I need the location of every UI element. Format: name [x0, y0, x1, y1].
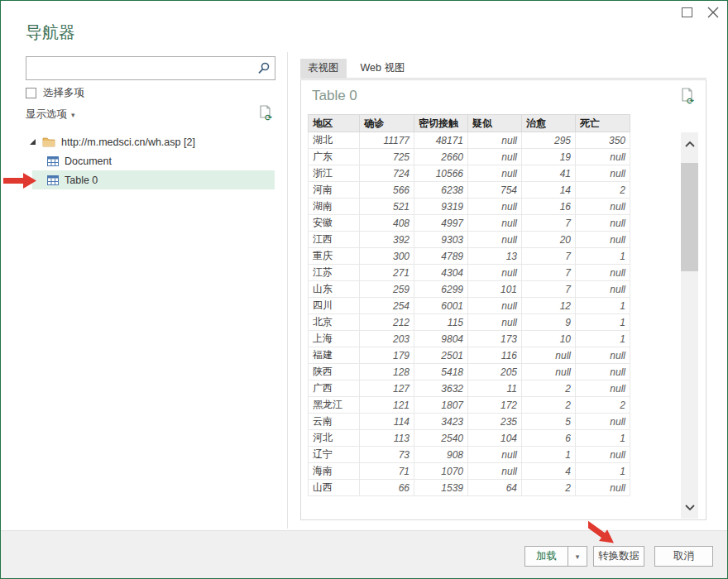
value-cell: 1	[576, 248, 630, 265]
panel-divider	[287, 52, 288, 529]
tab-table-view[interactable]: 表视图	[300, 59, 347, 78]
tree-root-url[interactable]: http://m.medsci.cn/wh.asp [2]	[32, 132, 275, 151]
region-cell: 海南	[309, 463, 360, 480]
region-cell: 四川	[309, 298, 360, 314]
search-input[interactable]	[26, 57, 251, 79]
table-row: 山西661539642null	[309, 480, 630, 496]
load-button[interactable]: 加载	[524, 546, 568, 567]
value-cell: 1070	[414, 463, 468, 480]
value-cell: 10	[522, 331, 576, 347]
table-header-cell: 治愈	[522, 115, 576, 132]
value-cell: 1	[576, 463, 630, 480]
tree-item-document[interactable]: Document	[32, 151, 275, 170]
vertical-scrollbar[interactable]	[681, 132, 698, 519]
refresh-preview-icon[interactable]: ⟳	[680, 88, 696, 105]
value-cell: 300	[360, 248, 414, 265]
table-row: 辽宁73908null1null	[309, 447, 630, 463]
table-row: 黑龙江121180717222	[309, 397, 630, 414]
value-cell: 1	[576, 314, 630, 331]
search-icon[interactable]	[251, 62, 275, 75]
table-row: 江苏2714304null7null	[309, 265, 630, 281]
value-cell: null	[576, 281, 630, 298]
value-cell: 11	[468, 380, 522, 397]
tree-item-table0[interactable]: Table 0	[32, 170, 275, 189]
cancel-button[interactable]: 取消	[654, 546, 713, 567]
refresh-icon[interactable]: ⟳	[258, 105, 274, 122]
tab-label: 表视图	[308, 61, 339, 75]
value-cell: 9319	[414, 199, 468, 215]
value-cell: 1	[522, 447, 576, 463]
table-row: 安徽4084997null7null	[309, 215, 630, 232]
region-cell: 陕西	[309, 364, 360, 380]
region-cell: 安徽	[309, 215, 360, 232]
value-cell: 271	[360, 265, 414, 281]
scrollbar-thumb[interactable]	[681, 163, 698, 271]
value-cell: null	[468, 314, 522, 331]
value-cell: 71	[360, 463, 414, 480]
svg-text:⟳: ⟳	[687, 96, 694, 105]
value-cell: 9303	[414, 232, 468, 248]
value-cell: 179	[360, 347, 414, 364]
value-cell: 6238	[414, 182, 468, 199]
table-header-cell: 疑似	[468, 115, 522, 132]
value-cell: 203	[360, 331, 414, 347]
value-cell: 754	[468, 182, 522, 199]
table-row: 湖北1117748171null295350	[309, 132, 630, 149]
value-cell: 121	[360, 397, 414, 414]
table-row: 广西1273632112null	[309, 380, 630, 397]
display-options-dropdown[interactable]: 显示选项 ▾	[26, 108, 75, 122]
folder-icon	[42, 136, 55, 147]
table-row: 重庆30047891371	[309, 248, 630, 265]
value-cell: 1807	[414, 397, 468, 414]
scroll-up-icon[interactable]	[681, 132, 698, 156]
value-cell: null	[576, 364, 630, 380]
load-dropdown-button[interactable]: ▾	[568, 546, 587, 567]
table-header-cell: 确诊	[360, 115, 414, 132]
value-cell: 48171	[414, 132, 468, 149]
close-icon[interactable]	[706, 5, 721, 20]
preview-table: 地区确诊密切接触疑似治愈死亡 湖北1117748171null295350广东7…	[308, 114, 630, 496]
value-cell: null	[522, 364, 576, 380]
value-cell: 9	[522, 314, 576, 331]
maximize-icon[interactable]	[682, 7, 692, 17]
multi-select-checkbox[interactable]	[26, 88, 36, 98]
navigator-dialog: 导航器 选择多项 显示选项 ▾ ⟳	[0, 0, 728, 579]
table-row: 福建1792501116nullnull	[309, 347, 630, 364]
table-row: 上海2039804173101	[309, 331, 630, 347]
value-cell: null	[576, 232, 630, 248]
value-cell: 104	[468, 430, 522, 447]
value-cell: null	[576, 215, 630, 232]
value-cell: 64	[468, 480, 522, 496]
chevron-down-icon: ▾	[71, 111, 75, 119]
value-cell: 116	[468, 347, 522, 364]
expand-triangle-icon[interactable]	[29, 138, 36, 146]
svg-text:⟳: ⟳	[265, 112, 272, 122]
value-cell: null	[468, 232, 522, 248]
value-cell: 7	[522, 215, 576, 232]
scroll-down-icon[interactable]	[681, 495, 698, 519]
table-row: 浙江72410566null41null	[309, 165, 630, 182]
value-cell: 2	[576, 182, 630, 199]
value-cell: 113	[360, 430, 414, 447]
region-cell: 黑龙江	[309, 397, 360, 414]
value-cell: 6	[522, 430, 576, 447]
value-cell: 408	[360, 215, 414, 232]
value-cell: 350	[576, 132, 630, 149]
tab-web-view[interactable]: Web 视图	[353, 59, 413, 78]
value-cell: 724	[360, 165, 414, 182]
table-row: 四川2546001null121	[309, 298, 630, 314]
value-cell: null	[576, 149, 630, 165]
value-cell: 172	[468, 397, 522, 414]
value-cell: 212	[360, 314, 414, 331]
value-cell: 2	[522, 480, 576, 496]
table-icon	[47, 156, 59, 166]
table-header-cell: 密切接触	[414, 115, 468, 132]
value-cell: 4789	[414, 248, 468, 265]
value-cell: 7	[522, 248, 576, 265]
value-cell: 101	[468, 281, 522, 298]
region-cell: 山西	[309, 480, 360, 496]
value-cell: null	[576, 347, 630, 364]
value-cell: 2	[522, 397, 576, 414]
region-cell: 山东	[309, 281, 360, 298]
value-cell: 7	[522, 281, 576, 298]
